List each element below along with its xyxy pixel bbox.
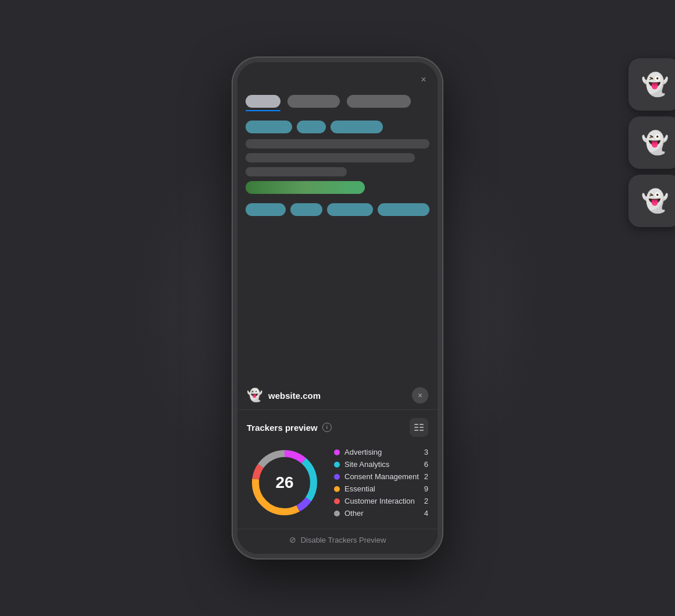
legend-item-3: Essential 9 bbox=[334, 484, 428, 493]
svg-rect-0 bbox=[414, 424, 418, 425]
tab-underline bbox=[246, 110, 280, 111]
chart-legend-row: 26 Advertising 3 Site Analytics 6 bbox=[247, 445, 428, 521]
svg-rect-1 bbox=[420, 424, 424, 425]
svg-rect-5 bbox=[420, 430, 424, 431]
legend-label-5: Other bbox=[344, 509, 364, 518]
legend-item-1: Site Analytics 6 bbox=[334, 460, 428, 469]
legend-left-4: Customer Interaction bbox=[334, 497, 415, 505]
legend-dot-1 bbox=[334, 462, 340, 468]
panel-header-left: 👻 website.com bbox=[247, 388, 321, 403]
legend-dot-3 bbox=[334, 486, 340, 492]
legend-dot-2 bbox=[334, 474, 340, 480]
legend-label-1: Site Analytics bbox=[344, 460, 389, 469]
legend-left-2: Consent Management bbox=[334, 472, 419, 481]
trackers-title: Trackers preview bbox=[247, 423, 318, 433]
skel-pill-3 bbox=[331, 121, 383, 133]
skel-line-1 bbox=[246, 139, 429, 148]
skeleton-pills-1 bbox=[246, 121, 429, 133]
trackers-preview-section: Trackers preview i bbox=[237, 410, 438, 529]
phone-browser-close[interactable]: × bbox=[418, 74, 429, 86]
tab-2[interactable] bbox=[287, 95, 340, 108]
trackers-header: Trackers preview i bbox=[247, 418, 428, 437]
legend-dot-0 bbox=[334, 449, 340, 455]
skeleton-pills-2 bbox=[246, 203, 429, 216]
svg-rect-3 bbox=[420, 427, 424, 428]
legend-label-3: Essential bbox=[344, 484, 375, 493]
disable-label: Disable Trackers Preview bbox=[301, 536, 386, 544]
legend-count-4: 2 bbox=[424, 497, 428, 505]
skel-pill-1 bbox=[246, 121, 292, 133]
skel-btn-3 bbox=[327, 203, 373, 216]
tab-3[interactable] bbox=[347, 95, 411, 108]
legend-count-5: 4 bbox=[424, 509, 428, 518]
legend-label-2: Consent Management bbox=[344, 472, 419, 481]
svg-rect-4 bbox=[414, 430, 418, 431]
panel-header: 👻 website.com × bbox=[237, 379, 438, 410]
ghost-app-icon-1[interactable]: 👻 bbox=[628, 58, 675, 111]
svg-rect-2 bbox=[414, 427, 418, 428]
legend-left-5: Other bbox=[334, 509, 364, 518]
list-view-icon[interactable] bbox=[410, 418, 428, 437]
legend-left-3: Essential bbox=[334, 484, 375, 493]
legend-item-5: Other 4 bbox=[334, 509, 428, 518]
ghost-logo-icon: 👻 bbox=[247, 388, 262, 403]
tracker-total-count: 26 bbox=[275, 473, 293, 491]
disable-icon: ⊘ bbox=[289, 535, 296, 544]
legend-count-3: 9 bbox=[424, 484, 428, 493]
legend-label-4: Customer Interaction bbox=[344, 497, 415, 505]
tab-bar bbox=[246, 95, 429, 108]
legend-item-0: Advertising 3 bbox=[334, 448, 428, 456]
donut-chart: 26 bbox=[247, 445, 322, 521]
tracker-panel: 👻 website.com × Trackers preview i bbox=[237, 379, 438, 554]
trackers-title-row: Trackers preview i bbox=[247, 423, 332, 433]
legend-count-2: 2 bbox=[424, 472, 428, 481]
skel-btn-1 bbox=[246, 203, 286, 216]
skel-btn-2 bbox=[290, 203, 322, 216]
legend-count-1: 6 bbox=[424, 460, 428, 469]
tab-1[interactable] bbox=[246, 95, 280, 108]
donut-center: 26 bbox=[275, 473, 293, 492]
disable-footer[interactable]: ⊘ Disable Trackers Preview bbox=[237, 529, 438, 554]
info-icon[interactable]: i bbox=[322, 423, 332, 432]
skel-line-2 bbox=[246, 153, 415, 162]
skel-btn-4 bbox=[378, 203, 429, 216]
skel-pill-2 bbox=[297, 121, 326, 133]
legend-left-0: Advertising bbox=[334, 448, 382, 456]
legend-dot-4 bbox=[334, 498, 340, 504]
legend-item-4: Customer Interaction 2 bbox=[334, 497, 428, 505]
phone-frame: × bbox=[233, 58, 442, 558]
ghost-app-icon-3[interactable]: 👻 bbox=[628, 175, 675, 227]
address-bar-area: × bbox=[246, 74, 429, 86]
legend-dot-5 bbox=[334, 511, 340, 516]
ghost-icons-column: 👻 👻 👻 bbox=[628, 58, 675, 227]
legend-item-2: Consent Management 2 bbox=[334, 472, 428, 481]
ghost-app-icon-2[interactable]: 👻 bbox=[628, 116, 675, 169]
legend-list: Advertising 3 Site Analytics 6 Consent M… bbox=[334, 448, 428, 518]
panel-close-button[interactable]: × bbox=[412, 387, 428, 403]
legend-count-0: 3 bbox=[424, 448, 428, 456]
skel-green-bar bbox=[246, 181, 365, 194]
legend-left-1: Site Analytics bbox=[334, 460, 389, 469]
panel-title: website.com bbox=[268, 391, 321, 401]
skel-line-3 bbox=[246, 167, 347, 176]
legend-label-0: Advertising bbox=[344, 448, 382, 456]
